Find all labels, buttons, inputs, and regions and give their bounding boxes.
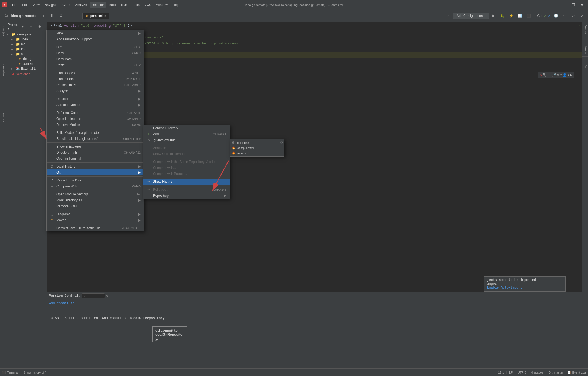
menu-run[interactable]: Run — [119, 2, 129, 8]
vc-settings-icon[interactable]: ⚙ — [106, 294, 108, 298]
terminal-tab[interactable]: ⬛ Terminal — [2, 371, 19, 374]
ctx-add-favorites[interactable]: Add to Favorites ▶ — [47, 102, 144, 108]
sidebar-item-structure[interactable]: Z: Structure — [0, 107, 6, 125]
ctx-remove-bom[interactable]: Remove BOM — [47, 203, 144, 209]
ime-grid[interactable]: ⊞ — [570, 73, 572, 77]
repo-gear-icon[interactable]: ⚙ — [280, 140, 283, 144]
ctx-diagrams[interactable]: ⬡ Diagrams ▶ — [47, 211, 144, 217]
ctx-reload[interactable]: ↺ Reload from Disk — [47, 177, 144, 183]
menu-help[interactable]: Help — [170, 2, 182, 8]
stop-btn[interactable]: ⬛ — [525, 12, 532, 20]
tree-idea[interactable]: ▸ 📁 .idea — [6, 37, 47, 42]
ctx-rebuild[interactable]: Rebuild ...le 'idea-git-remote' Ctrl+Shi… — [47, 136, 144, 142]
git-history-btn[interactable]: 🕐 — [552, 12, 560, 20]
misc-file[interactable]: 🔥 misc.xml — [232, 151, 283, 155]
sidebar-item-favorites[interactable]: 2: Favorites — [0, 61, 6, 79]
ctx-compare[interactable]: ↔ Compare With... Ctrl+D — [47, 183, 144, 189]
settings-btn[interactable]: ⚙ — [57, 12, 65, 20]
menu-navigate[interactable]: Navigate — [42, 2, 60, 8]
menu-code[interactable]: Code — [60, 2, 72, 8]
menu-edit[interactable]: Edit — [20, 2, 30, 8]
ime-kbd[interactable]: ⌨ — [560, 73, 562, 77]
ctx-module-settings[interactable]: Open Module Settings F4 — [47, 191, 144, 197]
menu-view[interactable]: View — [30, 2, 42, 8]
git-exclude[interactable]: ⚙ .git/info/exclude — [143, 137, 230, 143]
vc-search-input[interactable] — [87, 294, 103, 298]
ctx-directory-path[interactable]: Directory Path Ctrl+Alt+F12 — [47, 150, 144, 156]
ctx-convert-kotlin[interactable]: Convert Java File to Kotlin File Ctrl+Al… — [47, 225, 144, 231]
vc-search-box[interactable]: ⊘ — [82, 293, 105, 298]
tab-close-btn[interactable]: × — [104, 14, 106, 17]
tree-external[interactable]: ▸ 📚 External Li — [6, 66, 47, 71]
ctx-maven[interactable]: m Maven ▶ — [47, 217, 144, 223]
menu-analyze[interactable]: Analyze — [73, 2, 89, 8]
ctx-terminal[interactable]: Open in Terminal — [47, 156, 144, 162]
add-config-button[interactable]: Add Configuration... — [453, 13, 489, 19]
maven-panel-tab[interactable]: Maven — [582, 44, 588, 57]
ctx-build[interactable]: Build Module 'idea-git-remote' — [47, 130, 144, 136]
gitignore-file[interactable]: ⚙ .gitignore — [232, 140, 283, 145]
git-repository[interactable]: Repository ▶ — [143, 193, 230, 199]
ctx-copy[interactable]: Copy Ctrl+C — [47, 50, 144, 56]
menu-vcs[interactable]: VCS — [142, 2, 154, 8]
close-panel-btn[interactable]: — — [66, 12, 74, 20]
menu-build[interactable]: Build — [107, 2, 118, 8]
ctx-replace-in-path[interactable]: Replace in Path... Ctrl+Shift+R — [47, 82, 144, 88]
ctx-refactor[interactable]: Refactor ▶ — [47, 96, 144, 102]
menu-window[interactable]: Window — [154, 2, 170, 8]
sidebar-item-project[interactable]: 1: Project — [0, 23, 6, 39]
coverage-btn[interactable]: ⚡ — [507, 12, 515, 20]
ctx-remove-module[interactable]: Remove Module Delete — [47, 122, 144, 128]
ant-panel-tab[interactable]: Ant — [582, 62, 588, 72]
debug-btn[interactable]: 🐛 — [499, 12, 506, 20]
panel-settings-btn[interactable]: ⚙ — [36, 23, 43, 31]
repository-submenu[interactable]: ⚙ .gitignore 🔥 compiler.xml 🔥 misc.xml ⚙ — [230, 139, 284, 157]
navigate-back-btn[interactable]: ◁ — [444, 12, 452, 20]
ctx-new[interactable]: New ▶ — [47, 30, 144, 36]
pom-tab[interactable]: m pom.xml × — [82, 13, 109, 19]
vc-close-icon[interactable]: — — [578, 294, 580, 298]
ctx-optimize[interactable]: Optimize Imports Ctrl+Alt+O — [47, 116, 144, 122]
ctx-add-framework[interactable]: Add Framework Support... — [47, 36, 144, 42]
git-show-history[interactable]: ↩ Show History — [143, 179, 230, 185]
tree-root[interactable]: ▾ 📁 idea-git-re — [6, 32, 47, 37]
ctx-find-usages[interactable]: Find Usages Alt+F7 — [47, 70, 144, 76]
ctx-cut[interactable]: ✂ Cut Ctrl+X — [47, 44, 144, 50]
ctx-reformat[interactable]: Reformat Code Ctrl+Alt+L — [47, 110, 144, 116]
sync-btn[interactable]: ⇅ — [48, 12, 56, 20]
git-add[interactable]: + Add Ctrl+Alt+A — [143, 131, 230, 137]
ctx-find-in-path[interactable]: Find in Path... Ctrl+Shift+F — [47, 76, 144, 82]
notification-action[interactable]: Enable Auto-Import — [487, 286, 563, 290]
ctx-git[interactable]: Git ▶ — [47, 169, 144, 175]
ctx-analyze[interactable]: Analyze ▶ — [47, 88, 144, 94]
push-btn[interactable]: ↗ — [569, 12, 577, 20]
tree-src[interactable]: ▸ 📁 src — [6, 51, 47, 56]
tree-scratches[interactable]: ✗ Scratches — [6, 71, 47, 77]
tree-tes[interactable]: ▸ 📁 tes — [6, 47, 47, 51]
run-btn[interactable]: ▶ — [490, 12, 498, 20]
git-submenu[interactable]: Commit Directory... + Add Ctrl+Alt+A ⚙ .… — [143, 125, 230, 199]
ctx-mark-dir[interactable]: Mark Directory as ▶ — [47, 197, 144, 203]
ime-mic[interactable]: 🎤 — [552, 73, 556, 77]
ctx-local-history[interactable]: ⏱ Local History ▶ — [47, 163, 144, 169]
panel-add-btn[interactable]: + — [19, 23, 26, 31]
main-context-menu[interactable]: New ▶ Add Framework Support... ✂ Cut Ctr… — [46, 30, 144, 231]
compiler-file[interactable]: 🔥 compiler.xml — [232, 145, 283, 150]
tree-pom[interactable]: m pom.xn — [6, 61, 47, 66]
menu-tools[interactable]: Tools — [130, 2, 142, 8]
maximize-button[interactable]: ❐ — [569, 2, 577, 8]
tree-ma[interactable]: ▸ 📁 ma — [6, 42, 47, 47]
menu-file[interactable]: File — [10, 2, 19, 8]
rollback-btn[interactable]: ↩ — [561, 12, 568, 20]
ctx-show-explorer[interactable]: Show in Explorer — [47, 144, 144, 150]
profile-btn[interactable]: 📊 — [516, 12, 524, 20]
panel-layout-btn[interactable]: ⊞ — [27, 23, 35, 31]
event-log-btn[interactable]: 📋 Event Log — [567, 371, 586, 374]
tree-idea-g[interactable]: m idea-g — [6, 56, 47, 61]
close-button[interactable]: ✕ — [578, 2, 586, 8]
menu-refactor[interactable]: Refactor — [90, 2, 106, 8]
ime-omega[interactable]: Ω — [557, 73, 559, 77]
update-btn[interactable]: ↙ — [578, 12, 586, 20]
database-panel-tab[interactable]: Database — [582, 22, 588, 38]
add-file-btn[interactable]: + — [40, 12, 47, 20]
